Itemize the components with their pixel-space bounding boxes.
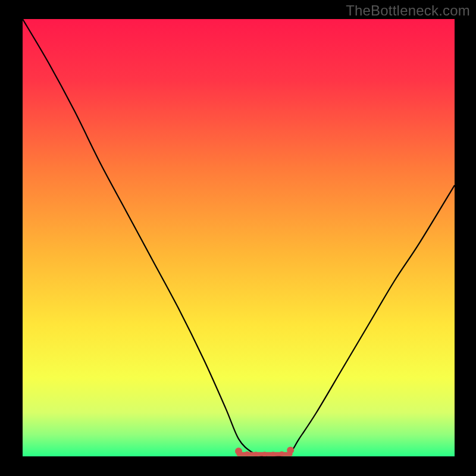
valley-marker [253,452,258,456]
valley-marker [262,452,267,456]
chart-stage: TheBottleneck.com [0,0,476,476]
valley-marker [245,451,249,456]
gradient-background [23,19,455,456]
valley-marker [271,452,275,456]
valley-marker [287,447,294,454]
valley-marker [235,447,242,455]
bottleneck-chart [0,0,476,476]
watermark-text: TheBottleneck.com [346,2,470,19]
valley-marker [279,451,284,456]
